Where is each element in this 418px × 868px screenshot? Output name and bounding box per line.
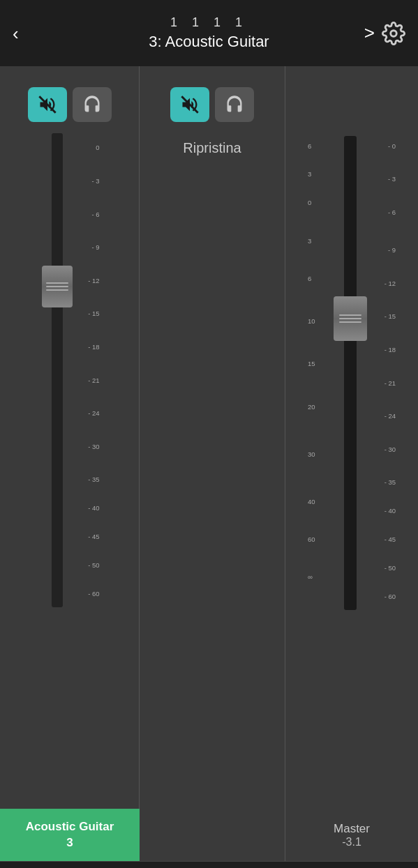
mrscale--6: - 6 bbox=[388, 208, 396, 215]
scale--9: - 9 bbox=[91, 243, 99, 251]
left-fader-track bbox=[52, 133, 63, 607]
right-channel-name: Master -3.1 bbox=[285, 809, 418, 861]
acoustic-guitar-number: 3 bbox=[66, 835, 73, 851]
scale--45: - 45 bbox=[88, 533, 99, 540]
mrscale--18: - 18 bbox=[385, 346, 396, 353]
ripristina-label[interactable]: Ripristina bbox=[183, 140, 241, 156]
header-right-controls: > bbox=[364, 22, 405, 45]
thumb-line-3 bbox=[46, 289, 68, 291]
mrscale--60: - 60 bbox=[385, 592, 396, 600]
scale--40: - 40 bbox=[88, 504, 99, 512]
rscale-15: 15 bbox=[308, 360, 315, 367]
scale--15: - 15 bbox=[88, 310, 99, 317]
rscale-3a: 3 bbox=[308, 170, 311, 178]
settings-button[interactable] bbox=[382, 22, 405, 45]
center-btn-row bbox=[170, 87, 254, 122]
left-btn-row bbox=[28, 87, 112, 122]
right-fader-scale-left: 6 3 0 3 6 10 15 20 30 40 60 ∞ bbox=[308, 136, 333, 610]
left-fader-area: 0 - 3 - 6 - 9 - 12 - 15 - 18 - 21 - 24 -… bbox=[40, 133, 100, 607]
mute-icon bbox=[38, 95, 57, 114]
master-label: Master bbox=[334, 822, 370, 836]
mute-icon-center bbox=[180, 95, 200, 114]
left-fader-scale: 0 - 3 - 6 - 9 - 12 - 15 - 18 - 21 - 24 -… bbox=[75, 133, 100, 607]
master-value: -3.1 bbox=[342, 836, 361, 848]
thumb-line-r2 bbox=[339, 318, 361, 319]
mrscale--12: - 12 bbox=[385, 279, 396, 287]
headphone-icon-center bbox=[225, 95, 244, 114]
right-fader-scale-right: - 0 - 3 - 6 - 9 - 12 - 15 - 18 - 21 - 24… bbox=[368, 136, 396, 610]
track-title: 3: Acoustic Guitar bbox=[149, 33, 269, 51]
svg-point-0 bbox=[391, 30, 397, 36]
center-channel-name bbox=[140, 809, 285, 861]
left-fader-track-container[interactable] bbox=[40, 133, 75, 607]
right-fader-track bbox=[344, 136, 357, 610]
rscale-40: 40 bbox=[308, 497, 315, 505]
scale--60: - 60 bbox=[88, 589, 99, 597]
scale--21: - 21 bbox=[88, 376, 99, 383]
rscale-3b: 3 bbox=[308, 236, 311, 244]
left-fader-thumb[interactable] bbox=[42, 266, 73, 307]
right-fader-thumb[interactable] bbox=[334, 296, 367, 341]
mrscale--3: - 3 bbox=[388, 175, 396, 183]
mute-button-center[interactable] bbox=[170, 87, 209, 122]
rscale-inf: ∞ bbox=[308, 573, 313, 581]
scale--50: - 50 bbox=[88, 561, 99, 568]
mrscale--21: - 21 bbox=[385, 379, 396, 386]
mrscale-0: - 0 bbox=[388, 142, 396, 149]
right-channel-strip: 6 3 0 3 6 10 15 20 30 40 60 ∞ bbox=[285, 66, 418, 809]
position-numbers: 1 1 1 1 bbox=[170, 15, 248, 30]
scale--30: - 30 bbox=[88, 442, 99, 450]
rscale-20: 20 bbox=[308, 402, 315, 410]
scale--35: - 35 bbox=[88, 475, 99, 483]
headphone-icon bbox=[82, 95, 102, 114]
thumb-line-r1 bbox=[339, 314, 361, 316]
rscale-0: 0 bbox=[308, 199, 311, 206]
header: ‹ 1 1 1 1 3: Acoustic Guitar > bbox=[0, 0, 418, 66]
mrscale--24: - 24 bbox=[385, 412, 396, 420]
scale-0: 0 bbox=[96, 144, 99, 151]
rscale-60: 60 bbox=[308, 535, 315, 543]
rscale-6b: 6 bbox=[308, 275, 311, 282]
mrscale--30: - 30 bbox=[385, 445, 396, 452]
mrscale--15: - 15 bbox=[385, 312, 396, 320]
mrscale--50: - 50 bbox=[385, 563, 396, 571]
rscale-6a: 6 bbox=[308, 142, 311, 149]
mute-button-left[interactable] bbox=[28, 87, 67, 122]
center-area: Ripristina bbox=[140, 66, 285, 809]
headphone-button-left[interactable] bbox=[73, 87, 112, 122]
gear-icon bbox=[382, 22, 405, 45]
mrscale--45: - 45 bbox=[385, 535, 396, 543]
scale--18: - 18 bbox=[88, 343, 99, 351]
rscale-30: 30 bbox=[308, 450, 315, 457]
mrscale--40: - 40 bbox=[385, 507, 396, 515]
thumb-line-2 bbox=[46, 286, 68, 287]
scale--3: - 3 bbox=[91, 177, 99, 185]
rscale-10: 10 bbox=[308, 317, 315, 325]
right-fader-area: 6 3 0 3 6 10 15 20 30 40 60 ∞ bbox=[308, 136, 396, 610]
scale--24: - 24 bbox=[88, 409, 99, 417]
right-fader-track-container[interactable] bbox=[333, 136, 368, 610]
thumb-line-1 bbox=[46, 282, 68, 284]
transport-bar bbox=[0, 861, 418, 868]
left-channel-strip: 0 - 3 - 6 - 9 - 12 - 15 - 18 - 21 - 24 -… bbox=[0, 66, 140, 809]
main-area: 0 - 3 - 6 - 9 - 12 - 15 - 18 - 21 - 24 -… bbox=[0, 66, 418, 809]
channel-name-bar: Acoustic Guitar 3 Master -3.1 bbox=[0, 809, 418, 861]
scale--12: - 12 bbox=[88, 276, 99, 284]
mrscale--9: - 9 bbox=[388, 246, 396, 254]
forward-button[interactable]: > bbox=[364, 22, 375, 44]
back-button[interactable]: ‹ bbox=[13, 22, 19, 44]
thumb-line-r3 bbox=[339, 321, 361, 323]
mrscale--35: - 35 bbox=[385, 478, 396, 486]
headphone-button-center[interactable] bbox=[215, 87, 254, 122]
scale--6: - 6 bbox=[91, 210, 99, 218]
left-channel-name[interactable]: Acoustic Guitar 3 bbox=[0, 809, 140, 861]
acoustic-guitar-label: Acoustic Guitar bbox=[26, 819, 114, 835]
